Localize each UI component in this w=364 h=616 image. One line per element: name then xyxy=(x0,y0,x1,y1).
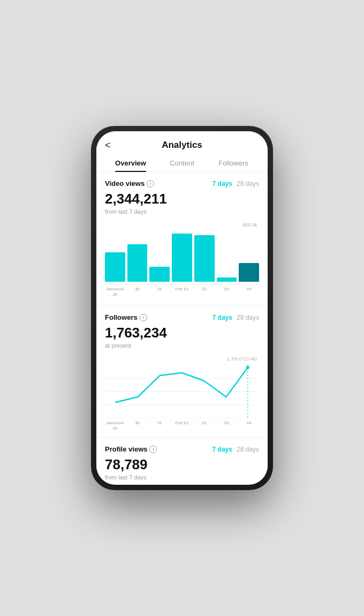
bar xyxy=(172,234,192,282)
line-chart-x-label: 04 xyxy=(239,420,259,431)
bar-col xyxy=(194,235,215,282)
line-chart-x-label: Janxxxxx29 xyxy=(105,420,125,431)
profile-views-value: 78,789 xyxy=(105,456,259,473)
page-title: Analytics xyxy=(162,140,202,151)
bar xyxy=(149,267,170,282)
bar xyxy=(127,244,148,282)
line-chart-x-labels: Janxxxxx293031Feb 01020304 xyxy=(105,418,259,431)
screen-content: < Analytics Overview Content Followers xyxy=(96,131,268,485)
video-views-28day-filter[interactable]: 28 days xyxy=(237,180,259,187)
header: < Analytics xyxy=(96,131,268,155)
profile-views-28day-filter[interactable]: 28 days xyxy=(237,446,259,453)
video-views-title-row: Video views i xyxy=(105,179,154,187)
bar xyxy=(217,277,237,282)
line-chart-x-label: 03 xyxy=(217,420,237,431)
profile-views-section: Profile views i 7 days 28 days 78,789 fr… xyxy=(96,438,268,485)
line-chart-max-label: 1.7m (+13.4k) xyxy=(227,356,257,362)
followers-filters: 7 days 28 days xyxy=(213,314,259,321)
bar-label: 03 xyxy=(217,287,237,297)
video-views-title: Video views xyxy=(105,179,145,187)
profile-views-sublabel: from last 7 days xyxy=(105,474,259,480)
bar-col xyxy=(105,252,125,282)
line-chart-x-label: 02 xyxy=(194,420,215,431)
line-chart-x-label: 31 xyxy=(149,420,170,431)
bar-label: Janxxxxx29 xyxy=(105,287,125,297)
tab-followers[interactable]: Followers xyxy=(208,155,259,171)
followers-title-row: Followers i xyxy=(105,313,147,321)
bar-chart-max-label: 909.3k xyxy=(242,222,257,228)
bar-chart-bars xyxy=(105,231,259,284)
bar xyxy=(105,252,125,282)
bar-label: Feb 01 xyxy=(172,287,192,297)
back-button[interactable]: < xyxy=(105,140,111,151)
bar-col xyxy=(149,267,170,282)
video-views-header: Video views i 7 days 28 days xyxy=(105,179,259,187)
bar-label: 04 xyxy=(239,287,259,297)
followers-28day-filter[interactable]: 28 days xyxy=(237,314,259,321)
bar-chart-labels: Janxxxxx293031Feb 01020304 xyxy=(105,284,259,301)
tab-overview[interactable]: Overview xyxy=(105,155,156,171)
profile-views-title: Profile views xyxy=(105,445,147,453)
phone-frame: < Analytics Overview Content Followers xyxy=(91,126,273,490)
followers-title: Followers xyxy=(105,313,138,321)
followers-sublabel: at present xyxy=(105,342,259,349)
svg-point-5 xyxy=(246,366,249,369)
profile-views-header: Profile views i 7 days 28 days xyxy=(105,445,259,453)
video-views-section: Video views i 7 days 28 days 2,344,211 f… xyxy=(96,172,268,306)
bar-label: 30 xyxy=(127,287,148,297)
bar-label: 02 xyxy=(194,287,215,297)
video-views-value: 2,344,211 xyxy=(105,191,259,207)
tab-content[interactable]: Content xyxy=(156,155,208,171)
followers-chart: 1.7m (+13.4k) xyxy=(105,354,259,431)
line-chart-svg xyxy=(105,365,259,418)
followers-section: Followers i 7 days 28 days 1,763,234 at … xyxy=(96,306,268,438)
bar-col xyxy=(217,277,237,282)
video-views-7day-filter[interactable]: 7 days xyxy=(213,180,232,187)
phone-screen: < Analytics Overview Content Followers xyxy=(96,131,268,485)
bar-col xyxy=(127,244,148,282)
video-views-chart: 909.3k Janxxxxx293031Feb 01020304 xyxy=(105,220,259,301)
tabs-row: Overview Content Followers xyxy=(96,155,268,172)
bar-label: 31 xyxy=(149,287,170,297)
bar-col xyxy=(172,234,192,282)
video-views-sublabel: from last 7 days xyxy=(105,208,259,215)
profile-views-info-icon[interactable]: i xyxy=(149,446,157,453)
profile-views-title-row: Profile views i xyxy=(105,445,157,453)
bar xyxy=(194,235,215,282)
profile-views-filters: 7 days 28 days xyxy=(213,446,259,453)
line-chart-x-label: Feb 01 xyxy=(172,420,192,431)
followers-value: 1,763,234 xyxy=(105,325,259,341)
bar xyxy=(239,263,259,282)
bar-col xyxy=(239,263,259,282)
video-views-info-icon[interactable]: i xyxy=(147,180,154,187)
followers-info-icon[interactable]: i xyxy=(140,314,147,321)
followers-header: Followers i 7 days 28 days xyxy=(105,313,259,321)
profile-views-7day-filter[interactable]: 7 days xyxy=(213,446,232,453)
line-chart-x-label: 30 xyxy=(127,420,148,431)
video-views-filters: 7 days 28 days xyxy=(213,180,259,187)
followers-7day-filter[interactable]: 7 days xyxy=(213,314,232,321)
